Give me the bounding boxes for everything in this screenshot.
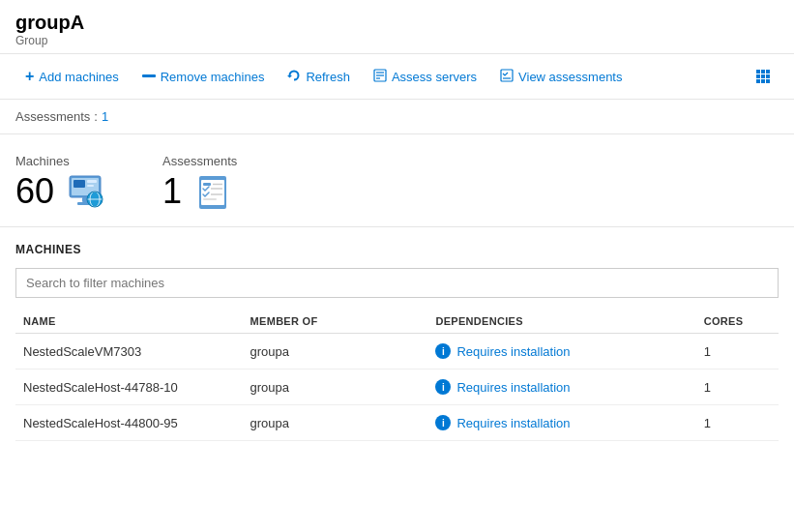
search-input[interactable] bbox=[15, 268, 779, 298]
view-assessments-label: View assessments bbox=[518, 70, 622, 84]
table-header-row: NAME MEMBER OF DEPENDENCIES CORES bbox=[15, 310, 779, 334]
add-machines-button[interactable]: + Add machines bbox=[15, 62, 129, 91]
assess-servers-label: Assess servers bbox=[392, 70, 477, 84]
view-assessments-icon bbox=[500, 69, 514, 85]
cell-member: groupa bbox=[243, 405, 428, 441]
col-header-dependencies: DEPENDENCIES bbox=[427, 310, 695, 334]
cell-dependencies: i Requires installation bbox=[427, 405, 695, 441]
remove-machines-label: Remove machines bbox=[161, 70, 265, 84]
machines-table: NAME MEMBER OF DEPENDENCIES CORES Nested… bbox=[15, 310, 779, 441]
svg-rect-4 bbox=[501, 70, 513, 81]
assessments-bar-label: Assessments bbox=[15, 109, 90, 124]
cell-cores: 1 bbox=[696, 369, 779, 405]
assess-servers-button[interactable]: Assess servers bbox=[364, 63, 486, 91]
svg-rect-13 bbox=[761, 79, 765, 83]
requires-installation-link[interactable]: Requires installation bbox=[456, 380, 570, 395]
assessments-stat-label: Assessments bbox=[162, 154, 237, 168]
table-row: NestedScaleHost-44800-95 groupa i Requir… bbox=[15, 405, 779, 441]
checklist-icon bbox=[193, 172, 232, 211]
machines-section: MACHINES NAME MEMBER OF DEPENDENCIES COR… bbox=[0, 227, 794, 441]
cell-dependencies: i Requires installation bbox=[427, 334, 695, 369]
page-title: groupA bbox=[15, 12, 779, 34]
cell-cores: 1 bbox=[696, 334, 779, 369]
toolbar: + Add machines Remove machines Refresh A… bbox=[0, 54, 794, 100]
info-icon: i bbox=[435, 343, 451, 359]
col-header-member: MEMBER OF bbox=[243, 310, 428, 334]
cell-name: NestedScaleHost-44800-95 bbox=[15, 405, 243, 441]
svg-rect-7 bbox=[761, 70, 765, 74]
svg-rect-17 bbox=[74, 180, 85, 188]
info-icon: i bbox=[435, 415, 451, 430]
assessments-bar-colon: : bbox=[94, 109, 98, 124]
assess-icon bbox=[373, 69, 387, 85]
cell-cores: 1 bbox=[696, 405, 779, 441]
cell-member: groupa bbox=[243, 334, 428, 369]
svg-rect-6 bbox=[756, 70, 760, 74]
stats-section: Machines 60 Assessments bbox=[0, 134, 794, 227]
machines-stat-label: Machines bbox=[15, 154, 104, 168]
refresh-label: Refresh bbox=[306, 70, 350, 84]
assessments-count-link[interactable]: 1 bbox=[102, 109, 108, 124]
grid-view-button[interactable] bbox=[748, 63, 779, 90]
svg-rect-19 bbox=[87, 185, 94, 187]
requires-installation-link[interactable]: Requires installation bbox=[456, 344, 570, 359]
table-row: NestedScaleHost-44788-10 groupa i Requir… bbox=[15, 369, 779, 405]
svg-rect-12 bbox=[756, 79, 760, 83]
cell-dependencies: i Requires installation bbox=[427, 369, 695, 405]
machines-section-title: MACHINES bbox=[15, 243, 779, 256]
svg-rect-28 bbox=[203, 183, 211, 186]
col-header-name: NAME bbox=[15, 310, 243, 334]
svg-rect-14 bbox=[766, 79, 770, 83]
machines-count: 60 bbox=[15, 174, 54, 209]
svg-rect-11 bbox=[766, 74, 770, 78]
requires-installation-link[interactable]: Requires installation bbox=[456, 416, 570, 430]
svg-rect-32 bbox=[203, 198, 217, 200]
monitor-icon bbox=[66, 172, 104, 211]
machines-stat-value-row: 60 bbox=[15, 172, 104, 211]
add-machines-label: Add machines bbox=[39, 70, 118, 84]
svg-rect-18 bbox=[87, 180, 97, 183]
svg-rect-10 bbox=[761, 74, 765, 78]
assessments-count: 1 bbox=[162, 174, 182, 209]
plus-icon: + bbox=[25, 68, 34, 85]
svg-rect-8 bbox=[766, 70, 770, 74]
machines-stat: Machines 60 bbox=[15, 154, 104, 211]
minus-icon bbox=[142, 74, 156, 77]
view-assessments-button[interactable]: View assessments bbox=[490, 63, 632, 91]
svg-rect-9 bbox=[756, 74, 760, 78]
refresh-button[interactable]: Refresh bbox=[278, 63, 360, 91]
info-icon: i bbox=[435, 379, 451, 395]
cell-name: NestedScaleHost-44788-10 bbox=[15, 369, 243, 405]
refresh-icon bbox=[287, 69, 301, 85]
page-subtitle: Group bbox=[15, 34, 779, 47]
cell-name: NestedScaleVM7303 bbox=[15, 334, 243, 369]
cell-member: groupa bbox=[243, 369, 428, 405]
table-row: NestedScaleVM7303 groupa i Requires inst… bbox=[15, 334, 779, 369]
page-header: groupA Group bbox=[0, 0, 794, 54]
assessments-bar: Assessments : 1 bbox=[0, 100, 794, 134]
assessments-stat-value-row: 1 bbox=[162, 172, 237, 211]
col-header-cores: CORES bbox=[696, 310, 779, 334]
remove-machines-button[interactable]: Remove machines bbox=[132, 64, 275, 90]
assessments-stat: Assessments 1 bbox=[162, 154, 237, 211]
